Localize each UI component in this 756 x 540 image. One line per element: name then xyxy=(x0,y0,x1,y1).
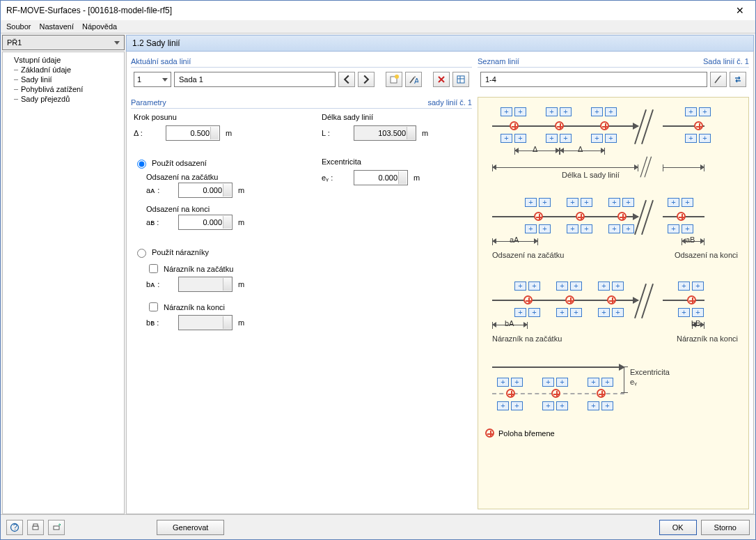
table-button[interactable] xyxy=(452,72,469,87)
next-button[interactable] xyxy=(358,72,375,87)
panel-title: 1.2 Sady linií xyxy=(126,35,754,52)
section-current-set: Aktuální sada linií xyxy=(131,56,472,68)
bumper-start-input xyxy=(178,277,233,292)
pick-lines-button[interactable]: AB xyxy=(405,72,422,87)
tree-item[interactable]: Sady linií xyxy=(8,75,118,84)
svg-text:AB: AB xyxy=(414,77,418,84)
prev-button[interactable] xyxy=(338,72,355,87)
case-selector[interactable]: PŘ1 xyxy=(2,35,125,50)
step-input[interactable]: 0.500 xyxy=(166,125,220,141)
tree-item[interactable]: Sady přejezdů xyxy=(8,94,118,104)
bumper-start-check[interactable] xyxy=(149,264,158,273)
use-bumper-radio[interactable] xyxy=(137,249,146,258)
reverse-button[interactable] xyxy=(730,72,746,87)
footer: ? Generovat OK Storno xyxy=(1,514,755,539)
section-line-list: Seznam linií Sada linií č. 1 xyxy=(478,56,749,68)
menubar: Soubor Nastavení Nápověda xyxy=(1,20,755,33)
window-title: RF-MOVE-Surfaces - [001618-model-file-rf… xyxy=(6,6,172,15)
nav-tree: Vstupní údaje Základní údaje Sady linií … xyxy=(2,52,125,514)
menu-help[interactable]: Nápověda xyxy=(82,22,117,31)
offset-end-input[interactable]: 0.000 xyxy=(178,215,233,230)
tree-item[interactable]: Základní údaje xyxy=(8,65,118,75)
titlebar: RF-MOVE-Surfaces - [001618-model-file-rf… xyxy=(1,1,755,20)
generate-button[interactable]: Generovat xyxy=(157,520,224,535)
chevron-down-icon xyxy=(114,41,120,45)
ecc-input[interactable]: 0.000 xyxy=(354,170,408,185)
cancel-button[interactable]: Storno xyxy=(701,520,750,535)
menu-file[interactable]: Soubor xyxy=(6,22,31,31)
close-icon[interactable]: ✕ xyxy=(730,5,750,16)
bumper-end-check[interactable] xyxy=(149,302,158,311)
svg-rect-6 xyxy=(33,526,38,530)
print-button[interactable] xyxy=(27,520,44,535)
length-output: 103.500 xyxy=(354,125,416,141)
offset-start-input[interactable]: 0.000 xyxy=(178,183,233,198)
pick-in-model-button[interactable] xyxy=(710,72,727,87)
set-name-input[interactable]: Sada 1 xyxy=(174,72,336,87)
length-label: Délka sady linií xyxy=(322,113,428,121)
tree-root[interactable]: Vstupní údaje xyxy=(8,55,118,65)
diagram: ++ ++ ++ ++ ++ ++ ++ ++ Δ Δ xyxy=(478,97,749,509)
bumper-end-input xyxy=(178,315,233,330)
section-params: Parametry sady linií č. 1 xyxy=(131,97,472,109)
chevron-down-icon xyxy=(162,78,168,82)
line-list-input[interactable]: 1-4 xyxy=(480,72,707,87)
svg-point-1 xyxy=(395,75,399,79)
svg-rect-7 xyxy=(33,524,38,526)
svg-rect-3 xyxy=(457,76,464,83)
use-offset-radio[interactable] xyxy=(137,160,146,169)
ecc-label: Excentricita xyxy=(322,157,428,166)
delete-button[interactable] xyxy=(433,72,450,87)
export-button[interactable] xyxy=(48,520,65,535)
tree-item[interactable]: Pohyblivá zatížení xyxy=(8,84,118,94)
help-button[interactable]: ? xyxy=(6,520,23,535)
svg-text:?: ? xyxy=(13,523,17,531)
svg-rect-8 xyxy=(54,526,59,530)
set-number-select[interactable]: 1 xyxy=(134,72,171,87)
ok-button[interactable]: OK xyxy=(659,520,697,535)
new-set-button[interactable] xyxy=(386,72,402,87)
step-label: Krok posunu xyxy=(134,113,294,121)
menu-settings[interactable]: Nastavení xyxy=(39,22,74,31)
